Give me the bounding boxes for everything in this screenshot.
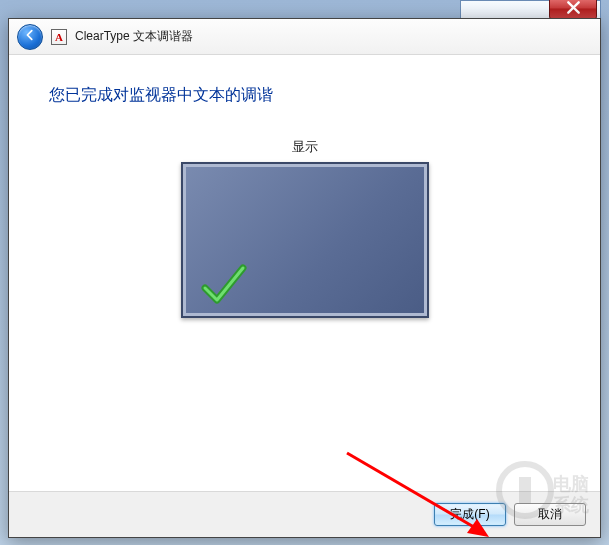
monitor-preview [181, 162, 429, 318]
parent-close-button[interactable] [549, 0, 597, 20]
back-arrow-icon [23, 28, 37, 46]
cleartype-wizard-window: A ClearType 文本调谐器 您已完成对监视器中文本的调谐 显示 完成(F… [8, 18, 601, 538]
close-icon [567, 0, 580, 18]
wizard-header: A ClearType 文本调谐器 [9, 19, 600, 55]
checkmark-icon [199, 260, 247, 308]
wizard-footer: 完成(F) 取消 [9, 491, 600, 537]
finish-button[interactable]: 完成(F) [434, 503, 506, 526]
page-headline: 您已完成对监视器中文本的调谐 [49, 85, 560, 106]
wizard-body: 您已完成对监视器中文本的调谐 显示 [9, 55, 600, 491]
window-title: ClearType 文本调谐器 [75, 28, 193, 45]
monitor-label: 显示 [49, 138, 560, 156]
app-icon: A [51, 29, 67, 45]
back-button[interactable] [17, 24, 43, 50]
cancel-button[interactable]: 取消 [514, 503, 586, 526]
monitor-preview-area: 显示 [49, 138, 560, 318]
